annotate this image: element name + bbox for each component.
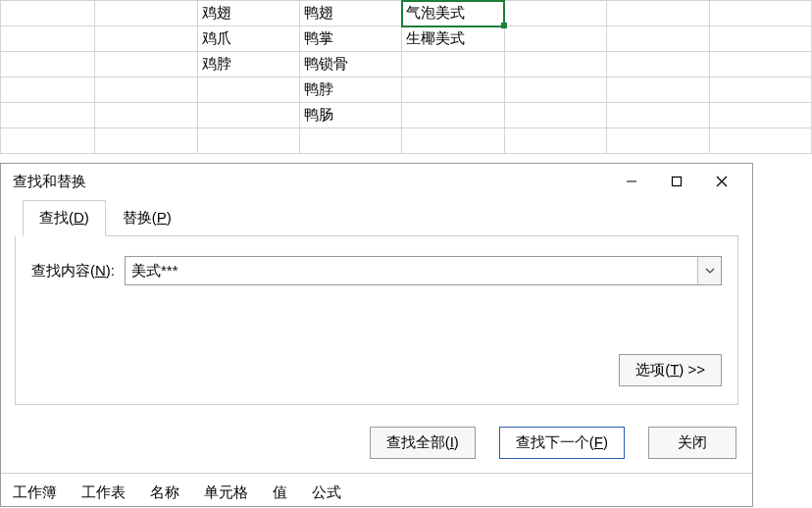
maximize-button[interactable]	[654, 166, 699, 197]
find-all-button[interactable]: 查找全部(I)	[370, 427, 476, 459]
cell[interactable]	[95, 77, 197, 103]
cell[interactable]	[709, 52, 811, 77]
cell[interactable]	[95, 128, 197, 154]
cell[interactable]	[1, 1, 95, 26]
cell[interactable]	[607, 26, 709, 52]
minimize-button[interactable]	[609, 166, 654, 197]
find-dropdown-button[interactable]	[697, 257, 721, 284]
cell[interactable]	[709, 103, 811, 128]
cell[interactable]	[197, 128, 299, 154]
cell[interactable]	[1, 77, 95, 103]
close-window-button[interactable]	[699, 166, 744, 197]
find-replace-dialog: 查找和替换 查找(D) 替换(P) 查找内容(N):	[0, 163, 753, 507]
maximize-icon	[671, 176, 683, 187]
cell[interactable]	[709, 1, 811, 26]
cell[interactable]	[709, 128, 811, 154]
cell[interactable]: 鸭掌	[300, 26, 402, 52]
cell[interactable]: 鸡翅	[197, 1, 299, 26]
close-icon	[715, 175, 729, 188]
options-button[interactable]: 选项(T) >>	[619, 354, 722, 386]
cell[interactable]: 鸭脖	[300, 77, 402, 103]
cell[interactable]	[402, 128, 504, 154]
cell[interactable]	[607, 128, 709, 154]
cell[interactable]	[504, 103, 606, 128]
find-next-button[interactable]: 查找下一个(F)	[499, 427, 625, 459]
cell[interactable]	[1, 128, 95, 154]
cell[interactable]	[300, 128, 402, 154]
results-column-header[interactable]: 公式	[300, 480, 354, 506]
find-input[interactable]	[126, 257, 697, 284]
cell[interactable]	[504, 1, 606, 26]
cell[interactable]	[504, 26, 606, 52]
tab-find[interactable]: 查找(D)	[23, 200, 106, 236]
cell[interactable]	[197, 103, 299, 128]
results-column-header[interactable]: 值	[261, 480, 300, 506]
chevron-down-icon	[705, 268, 715, 274]
find-label: 查找内容(N):	[31, 262, 115, 280]
cell[interactable]	[402, 77, 504, 103]
find-field-row: 查找内容(N):	[31, 256, 722, 285]
cell[interactable]	[607, 52, 709, 77]
tab-panel-find: 查找内容(N): 选项(T) >>	[15, 236, 738, 405]
cell[interactable]	[95, 103, 197, 128]
cell[interactable]	[95, 26, 197, 52]
cell[interactable]: 生椰美式	[402, 26, 504, 52]
results-column-header[interactable]: 名称	[138, 480, 192, 506]
cell[interactable]	[504, 52, 606, 77]
cell[interactable]: 鸡脖	[197, 52, 299, 77]
minimize-icon	[626, 176, 637, 187]
cell[interactable]	[402, 52, 504, 77]
results-header: 工作簿工作表名称单元格值公式	[1, 473, 752, 506]
dialog-body: 查找(D) 替换(P) 查找内容(N): 选项(T) >>	[1, 199, 752, 415]
cell[interactable]: 鸭锁骨	[300, 52, 402, 77]
cell[interactable]	[709, 77, 811, 103]
cell[interactable]	[95, 52, 197, 77]
cell[interactable]	[607, 103, 709, 128]
cell[interactable]	[607, 1, 709, 26]
results-column-header[interactable]: 工作簿	[1, 480, 70, 506]
titlebar-controls	[609, 166, 744, 197]
cell[interactable]	[1, 103, 95, 128]
cell[interactable]	[95, 1, 197, 26]
cell[interactable]	[402, 103, 504, 128]
tab-replace[interactable]: 替换(P)	[106, 200, 188, 236]
dialog-titlebar: 查找和替换	[1, 164, 752, 199]
close-button[interactable]: 关闭	[648, 427, 736, 459]
dialog-title: 查找和替换	[13, 173, 609, 191]
cell[interactable]	[197, 77, 299, 103]
tabs: 查找(D) 替换(P)	[23, 199, 738, 236]
svg-rect-1	[673, 178, 682, 186]
cell[interactable]	[504, 77, 606, 103]
cell[interactable]	[504, 128, 606, 154]
cell[interactable]: 气泡美式	[402, 1, 504, 26]
cell[interactable]: 鸭翅	[300, 1, 402, 26]
cell[interactable]	[1, 26, 95, 52]
tab-replace-label: 替换(P)	[123, 209, 172, 226]
tab-find-label: 查找(D)	[39, 209, 89, 226]
results-column-header[interactable]: 单元格	[192, 480, 261, 506]
find-combobox	[125, 256, 722, 285]
sheet-table[interactable]: 鸡翅鸭翅气泡美式鸡爪鸭掌生椰美式鸡脖鸭锁骨鸭脖鸭肠	[0, 0, 812, 154]
cell[interactable]	[1, 52, 95, 77]
cell[interactable]: 鸡爪	[197, 26, 299, 52]
cell[interactable]	[709, 26, 811, 52]
cell[interactable]	[607, 77, 709, 103]
cell[interactable]: 鸭肠	[300, 103, 402, 128]
options-row: 选项(T) >>	[31, 354, 722, 386]
results-column-header[interactable]: 工作表	[70, 480, 138, 506]
dialog-buttons: 查找全部(I) 查找下一个(F) 关闭	[1, 415, 752, 473]
